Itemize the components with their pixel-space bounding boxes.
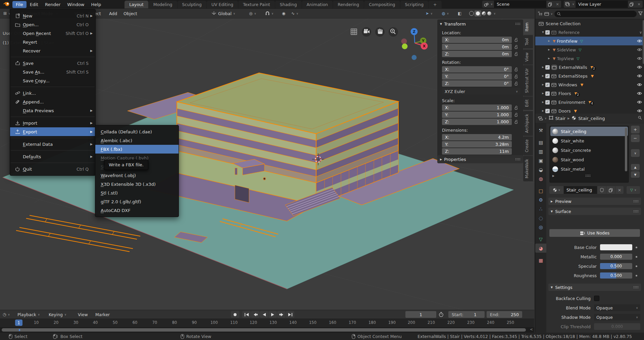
lock-icon[interactable] bbox=[512, 45, 521, 49]
outliner-row-frontview[interactable]: ▶ ▼ FrontView ▽ bbox=[535, 37, 644, 45]
export-alembic[interactable]: Alembic (.abc) bbox=[95, 136, 179, 145]
render-tab-icon[interactable]: ▤ bbox=[535, 138, 546, 147]
location-x-field[interactable]: X:0m bbox=[442, 37, 512, 43]
jump-to-start-button[interactable] bbox=[242, 311, 251, 318]
outliner-search-input[interactable] bbox=[554, 11, 637, 17]
location-y-field[interactable]: Y:0m bbox=[442, 44, 512, 50]
lock-icon[interactable] bbox=[512, 67, 521, 72]
slot-list-scrollbar[interactable] bbox=[625, 128, 627, 171]
eye-icon[interactable] bbox=[637, 56, 642, 61]
menu-render[interactable]: Render bbox=[42, 1, 64, 8]
export-wavefront[interactable]: Wavefront (.obj) bbox=[95, 171, 179, 180]
outliner-display-mode-button[interactable]: ∨ bbox=[544, 12, 553, 16]
rotation-z-field[interactable]: Z:0° bbox=[442, 80, 512, 87]
xray-toggle[interactable]: ◧ bbox=[458, 9, 461, 18]
play-reverse-button[interactable] bbox=[260, 311, 268, 318]
collection-checkbox[interactable]: ✓ bbox=[545, 91, 550, 96]
sidebar-tab-item[interactable]: Item bbox=[523, 19, 533, 34]
view-layer-copy-button[interactable] bbox=[628, 1, 635, 8]
tab-rendering[interactable]: Rendering bbox=[333, 1, 364, 8]
blend-mode-dropdown[interactable]: Opaque∨ bbox=[594, 304, 640, 311]
eye-icon[interactable] bbox=[637, 109, 642, 114]
remove-slot-button[interactable]: − bbox=[631, 134, 640, 142]
current-frame-indicator[interactable]: 1 bbox=[15, 320, 22, 326]
move-slot-up-button[interactable]: ▲ bbox=[631, 164, 640, 170]
base-color-swatch[interactable] bbox=[600, 244, 632, 250]
menu-item-data-previews[interactable]: Data Previews ▶ bbox=[10, 106, 95, 115]
scene-unlink-button[interactable]: × bbox=[554, 1, 561, 8]
menu-item-open[interactable]: Open... Ctrl O bbox=[10, 20, 95, 29]
menu-item-open-recent[interactable]: Open Recent Shift Ctrl O▶ bbox=[10, 29, 95, 38]
scene-tab-icon[interactable]: ◒ bbox=[535, 165, 546, 174]
collapse-arrow-icon[interactable]: ▼ bbox=[440, 23, 442, 26]
wireframe-shading-button[interactable] bbox=[469, 11, 474, 16]
export-autocad-dxf[interactable]: AutoCAD DXF bbox=[95, 206, 179, 215]
output-tab-icon[interactable]: ▥ bbox=[535, 147, 546, 156]
snap-toggle[interactable]: ∨ bbox=[265, 9, 274, 18]
menu-item-append[interactable]: Append... bbox=[10, 97, 95, 106]
sidebar-tab-view[interactable]: View bbox=[523, 49, 533, 65]
menu-item-export[interactable]: Export ▶ bbox=[10, 127, 95, 136]
surface-section-header[interactable]: ▼Surface bbox=[548, 208, 641, 215]
collection-checkbox[interactable]: ✓ bbox=[545, 109, 550, 113]
constraints-tab-icon[interactable]: ◎ bbox=[535, 222, 546, 231]
current-frame-field[interactable]: 1 bbox=[405, 311, 436, 318]
solid-shading-button[interactable] bbox=[475, 10, 481, 16]
tab-uv-editing[interactable]: UV Editing bbox=[207, 1, 238, 8]
lock-icon[interactable] bbox=[512, 105, 521, 110]
animate-dot[interactable] bbox=[636, 256, 637, 258]
filter-icon[interactable] bbox=[638, 11, 643, 16]
tab-texture-paint[interactable]: Texture Paint bbox=[238, 1, 275, 8]
export-gltf[interactable]: glTF 2.0 (.glb/.gltf) bbox=[95, 197, 179, 206]
world-tab-icon[interactable]: ◍ bbox=[535, 174, 546, 183]
menu-item-recover[interactable]: Recover ▶ bbox=[10, 46, 95, 55]
scene-name-field[interactable]: Scene bbox=[494, 1, 546, 8]
tab-sculpting[interactable]: Sculpting bbox=[178, 1, 206, 8]
sidebar-tab-tool[interactable]: Tool bbox=[523, 35, 533, 48]
jump-to-end-button[interactable] bbox=[286, 311, 294, 318]
start-frame-field[interactable]: Start:1 bbox=[448, 311, 485, 318]
outliner-editor-icon[interactable] bbox=[537, 11, 543, 16]
lock-icon[interactable] bbox=[512, 81, 521, 86]
next-keyframe-button[interactable] bbox=[277, 311, 286, 318]
backface-culling-checkbox[interactable] bbox=[594, 296, 599, 301]
export-fbx[interactable]: FBX (.fbx) bbox=[95, 145, 179, 154]
outliner-scrollbar[interactable] bbox=[643, 20, 644, 64]
clip-threshold-slider[interactable]: 0.000 bbox=[594, 323, 640, 330]
collection-checkbox[interactable]: ✓ bbox=[545, 74, 550, 78]
animate-dot[interactable] bbox=[636, 265, 637, 267]
lock-icon[interactable] bbox=[512, 120, 521, 124]
sidebar-tab-create[interactable]: Create bbox=[523, 136, 533, 155]
settings-section-header[interactable]: ▼Settings bbox=[548, 284, 641, 291]
tab-scripting[interactable]: Scripting bbox=[400, 1, 429, 8]
sidebar-tab-edit[interactable]: Edit bbox=[523, 96, 533, 110]
collection-checkbox[interactable]: ✓ bbox=[545, 100, 550, 104]
breadcrumb-material[interactable]: Stair_ceiling bbox=[578, 116, 605, 121]
animate-dot[interactable] bbox=[636, 247, 637, 248]
view-layer-icon[interactable]: ∨ bbox=[564, 1, 576, 8]
specular-slider[interactable]: 0.500 bbox=[600, 263, 632, 269]
properties-editor-icon[interactable]: ∨ bbox=[538, 116, 547, 121]
tab-shading[interactable]: Shading bbox=[275, 1, 302, 8]
material-slot[interactable]: Stair_metal bbox=[550, 164, 628, 174]
slot-specials-button[interactable]: ∨ bbox=[631, 149, 640, 157]
view-layer-remove-button[interactable]: × bbox=[635, 1, 643, 8]
menu-item-link[interactable]: Link... bbox=[10, 89, 95, 97]
location-z-field[interactable]: Z:0m bbox=[442, 51, 512, 57]
outliner-row-scene-collection[interactable]: Scene Collection bbox=[535, 19, 644, 28]
breadcrumb-object[interactable]: Stair bbox=[555, 116, 565, 121]
add-menu[interactable]: Add bbox=[109, 9, 117, 18]
collection-checkbox[interactable]: ✓ bbox=[545, 30, 550, 35]
tool-tab-icon[interactable]: ⚒ bbox=[535, 126, 546, 135]
fake-user-shield-icon[interactable] bbox=[597, 186, 606, 194]
outliner-row-windows[interactable]: ▶ ✓ Windows ▼ bbox=[535, 80, 644, 89]
rotation-x-field[interactable]: X:0° bbox=[442, 66, 512, 73]
export-collada[interactable]: Collada (Default) (.dae) bbox=[95, 127, 179, 136]
animate-dot[interactable] bbox=[636, 275, 637, 277]
lock-icon[interactable] bbox=[512, 52, 521, 56]
sidebar-tab-shortcut-vur[interactable]: Shortcut VUr bbox=[523, 65, 533, 96]
tab-modeling[interactable]: Modeling bbox=[149, 1, 177, 8]
texture-tab-icon[interactable]: ▦ bbox=[535, 256, 546, 265]
eye-icon[interactable] bbox=[637, 47, 642, 52]
scale-y-field[interactable]: Y:1.000 bbox=[442, 112, 512, 118]
